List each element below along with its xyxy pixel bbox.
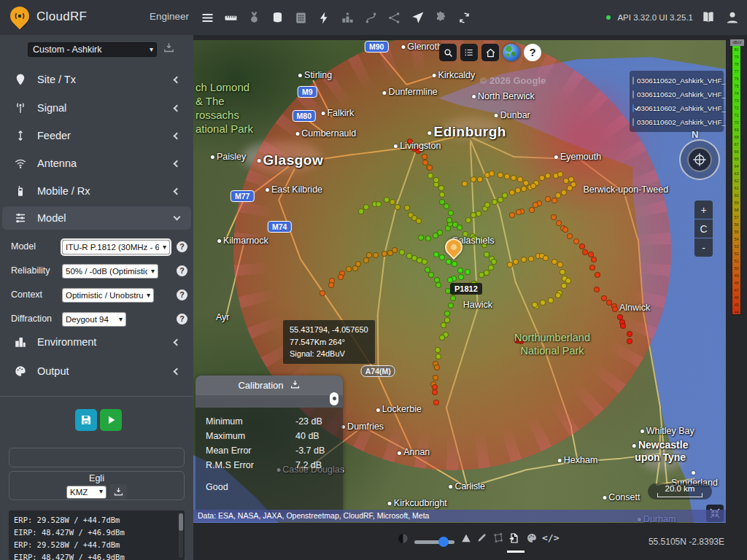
leaderboard-icon-button[interactable] — [338, 9, 356, 26]
sidebar-item-model[interactable]: Model — [2, 206, 191, 230]
help-icon[interactable]: ? — [177, 265, 187, 276]
measurement-dot — [407, 139, 413, 144]
terrain-button[interactable] — [460, 532, 472, 544]
sidebar-item-site-tx[interactable]: Site / Tx — [2, 68, 191, 91]
palette-icon — [12, 365, 28, 378]
zoom-out-button[interactable]: - — [694, 238, 713, 257]
scale-bar: 20.0 km — [648, 483, 712, 499]
road-shield-m74: M74 — [268, 221, 291, 233]
measurement-dot — [612, 306, 618, 312]
context-select[interactable]: Optimistic / Unobstructed — [62, 288, 154, 303]
ruler-icon-button[interactable] — [222, 9, 239, 26]
draw-button[interactable] — [476, 532, 487, 543]
model-icon — [12, 211, 28, 225]
export-download-button[interactable] — [109, 484, 127, 499]
opacity-slider-knob[interactable] — [438, 537, 449, 547]
measurement-dot — [462, 231, 468, 237]
measurement-dot — [530, 183, 536, 189]
reliability-select[interactable]: 50% / -0dB (Optimistic) — [62, 264, 158, 279]
measurement-dot — [594, 287, 600, 292]
antenna-icon — [12, 157, 28, 170]
puzzle-icon-button[interactable] — [432, 9, 449, 26]
import-file-button[interactable] — [508, 532, 520, 544]
diffraction-select[interactable]: Deygout 94 — [62, 312, 126, 327]
measurement-dot — [556, 220, 562, 226]
layer-row[interactable]: 0306110620_Ashkirk_VHF_ITM — [632, 88, 721, 101]
layer-label: 0306110602_Ashkirk_VHF_P1812 — [637, 118, 726, 126]
template-download-button[interactable] — [163, 42, 175, 57]
measurement-dot — [532, 302, 538, 308]
sidebar-item-signal[interactable]: Signal — [2, 96, 191, 120]
calibration-header[interactable]: Calibration — [196, 376, 343, 395]
share-icon-button[interactable] — [385, 9, 403, 26]
compass-control[interactable] — [679, 139, 720, 180]
map-search-button[interactable] — [439, 44, 457, 61]
measurement-dot — [557, 171, 563, 177]
help-icon[interactable]: ? — [177, 314, 187, 324]
model-select[interactable]: ITU-R P.1812 (30MHz - 6GHz) — [62, 240, 170, 254]
account-button[interactable] — [724, 9, 741, 26]
export-format-select[interactable]: KMZ — [66, 486, 107, 499]
send-icon-button[interactable] — [409, 9, 426, 26]
sidebar-item-mobile-rx[interactable]: Mobile / Rx — [2, 179, 191, 203]
map-bookmarks-button[interactable] — [460, 44, 478, 61]
layer-row[interactable]: 0306110620_Ashkirk_VHF_ITM — [632, 74, 721, 88]
polygon-button[interactable] — [492, 532, 503, 543]
zoom-in-button[interactable]: + — [694, 201, 713, 219]
recycle-icon-button[interactable] — [455, 9, 473, 26]
layer-checkbox[interactable] — [632, 104, 634, 112]
map-canvas[interactable]: GlenrothesKirkcaldyDunfermlineStirlingFa… — [193, 40, 726, 523]
measurement-dot — [432, 389, 438, 395]
legend-tick: 58 — [732, 206, 740, 214]
api-code-button[interactable]: </> — [542, 532, 559, 543]
measurement-dot — [404, 205, 410, 211]
palette-button[interactable] — [526, 532, 538, 544]
console-line: EIRP: 48.427W / +46.9dBm — [14, 551, 185, 560]
calibration-download-icon[interactable] — [290, 379, 301, 392]
layer-row[interactable]: 0306110602_Ashkirk_VHF_P1812 — [632, 115, 721, 129]
measurement-dot — [433, 375, 438, 381]
console-scrollbar[interactable] — [179, 513, 183, 558]
output-console[interactable]: ERP: 29.528W / +44.7dBmEIRP: 48.427W / +… — [9, 510, 185, 560]
run-button[interactable] — [100, 409, 122, 431]
export-panel: Egli KMZ — [9, 471, 185, 500]
legend-tick: 67 — [732, 141, 740, 148]
help-icon[interactable]: ? — [177, 241, 187, 252]
route-icon-button[interactable] — [362, 9, 379, 26]
layer-checkbox[interactable] — [632, 118, 634, 126]
help-icon[interactable]: ? — [177, 289, 187, 300]
export-model-label: Egli — [9, 473, 184, 483]
sidebar-item-antenna[interactable]: Antenna — [2, 152, 191, 175]
menu-icon-button[interactable] — [198, 9, 216, 26]
measurement-dot — [399, 249, 405, 255]
medal-icon-button[interactable] — [245, 9, 263, 26]
bolt-icon-button[interactable] — [315, 9, 333, 26]
legend-tick: 59 — [732, 199, 740, 206]
layer-checkbox[interactable] — [632, 90, 634, 98]
map-help-button[interactable]: ? — [524, 44, 541, 61]
compass-reset-button[interactable]: C — [694, 219, 713, 238]
road-shield-m90: M90 — [365, 41, 388, 52]
layer-checkbox[interactable] — [632, 77, 634, 85]
opacity-slider[interactable] — [414, 540, 454, 544]
save-button[interactable] — [75, 409, 97, 431]
measurement-dot — [382, 251, 387, 257]
legend-tick: 46 — [732, 294, 740, 301]
docs-button[interactable] — [700, 9, 717, 26]
map-globe-button[interactable] — [503, 44, 520, 61]
contrast-button[interactable] — [397, 532, 409, 545]
sidebar-item-output[interactable]: Output — [2, 359, 191, 383]
building-icon-button[interactable] — [292, 9, 309, 26]
layer-row[interactable]: 0306110602_Ashkirk_VHF_P1812 — [632, 101, 721, 115]
measurement-dot — [479, 272, 484, 278]
legend-tick: 51 — [732, 257, 740, 265]
calibration-opacity-slider[interactable] — [330, 392, 338, 405]
map-home-button[interactable] — [481, 44, 499, 61]
measurement-dot — [484, 252, 489, 257]
database-icon-button[interactable] — [268, 9, 286, 26]
sidebar-item-environment[interactable]: Environment — [2, 330, 191, 354]
legend-tick: 72 — [732, 104, 740, 112]
template-select[interactable]: Custom - Ashkirk — [28, 42, 157, 57]
sidebar-item-feeder[interactable]: Feeder — [2, 124, 191, 147]
measurement-dot — [439, 254, 445, 260]
